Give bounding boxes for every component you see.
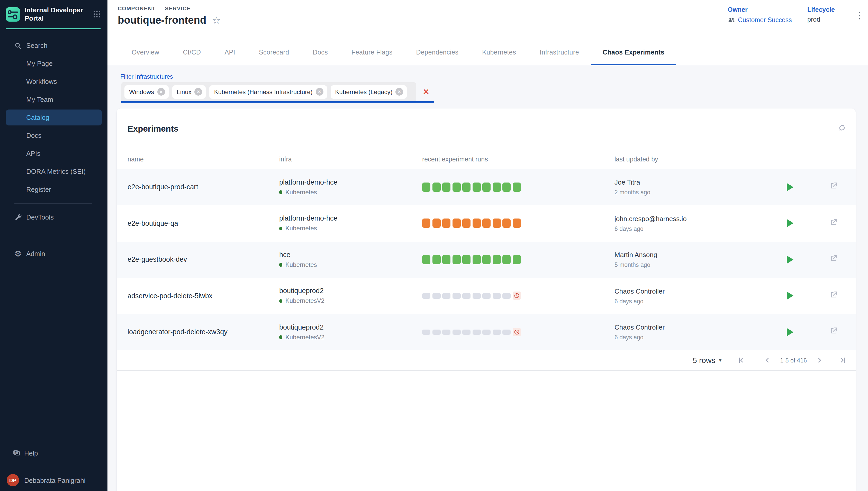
open-in-new-icon[interactable] (830, 218, 838, 229)
run-status-square-failed[interactable] (452, 219, 461, 228)
next-page-button[interactable] (814, 354, 825, 366)
run-status-square-queued[interactable] (482, 329, 491, 335)
user-menu[interactable]: DP Debabrata Panigrahi (0, 472, 108, 488)
run-status-square-failed[interactable] (422, 219, 430, 228)
chip-remove-icon[interactable]: × (396, 88, 403, 96)
run-status-square-queued[interactable] (432, 293, 440, 298)
run-experiment-play-button[interactable] (787, 328, 793, 336)
run-status-square-queued[interactable] (452, 329, 461, 335)
run-status-square-failed[interactable] (492, 219, 500, 228)
rows-per-page-select[interactable]: 5 rows ▾ (693, 356, 721, 365)
run-status-square-queued[interactable] (472, 329, 481, 335)
open-in-new-icon[interactable] (830, 290, 838, 301)
sidebar-item-docs[interactable]: Docs (0, 126, 108, 144)
tab-feature-flags[interactable]: Feature Flags (340, 40, 404, 65)
filter-infrastructures-link[interactable]: Filter Infrastructures (120, 74, 173, 80)
refresh-icon[interactable] (837, 123, 847, 133)
tab-api[interactable]: API (213, 40, 247, 65)
run-status-square-failed[interactable] (472, 219, 481, 228)
sidebar-item-admin[interactable]: ⚙ Admin (0, 245, 108, 263)
run-status-square-queued[interactable] (472, 293, 481, 298)
run-status-square-passed[interactable] (432, 255, 440, 264)
run-status-square-queued[interactable] (502, 293, 511, 298)
run-status-square-passed[interactable] (482, 255, 491, 264)
filter-chips-input[interactable]: Windows×Linux×Kubernetes (Harness Infras… (121, 82, 416, 101)
sidebar-item-my-team[interactable]: My Team (0, 90, 108, 109)
run-status-square-failed[interactable] (513, 219, 521, 228)
sidebar-item-register[interactable]: Register (0, 180, 108, 198)
run-status-square-passed[interactable] (422, 255, 430, 264)
last-page-button[interactable] (838, 354, 849, 366)
tab-dependencies[interactable]: Dependencies (404, 40, 470, 65)
run-status-square-passed[interactable] (452, 182, 461, 192)
open-in-new-icon[interactable] (830, 327, 838, 338)
run-experiment-play-button[interactable] (787, 292, 793, 300)
run-status-square-passed[interactable] (472, 182, 481, 192)
run-status-square-passed[interactable] (442, 182, 451, 192)
more-options-kebab-icon[interactable]: ⋮ (852, 9, 867, 22)
run-status-square-queued[interactable] (492, 329, 500, 335)
run-status-square-passed[interactable] (422, 182, 430, 192)
open-in-new-icon[interactable] (830, 254, 838, 265)
run-status-square-passed[interactable] (462, 255, 470, 264)
sidebar-item-my-page[interactable]: My Page (0, 55, 108, 73)
tab-docs[interactable]: Docs (301, 40, 340, 65)
run-status-square-passed[interactable] (432, 182, 440, 192)
run-status-square-passed[interactable] (452, 255, 461, 264)
tab-scorecard[interactable]: Scorecard (247, 40, 301, 65)
tab-infrastructure[interactable]: Infrastructure (528, 40, 591, 65)
run-status-square-queued[interactable] (492, 293, 500, 298)
run-status-square-passed[interactable] (492, 182, 500, 192)
run-pending-clock-icon[interactable] (513, 328, 521, 336)
chip-remove-icon[interactable]: × (316, 88, 323, 96)
run-status-square-queued[interactable] (482, 293, 491, 298)
run-status-square-failed[interactable] (442, 219, 451, 228)
run-status-square-passed[interactable] (472, 255, 481, 264)
run-status-square-queued[interactable] (432, 329, 440, 335)
run-status-square-passed[interactable] (513, 182, 521, 192)
open-in-new-icon[interactable] (830, 182, 838, 193)
sidebar-item-workflows[interactable]: Workflows (0, 73, 108, 90)
sidebar-item-apis[interactable]: APIs (0, 144, 108, 163)
run-status-square-failed[interactable] (482, 219, 491, 228)
chip-remove-icon[interactable]: × (195, 88, 202, 96)
previous-page-button[interactable] (761, 354, 773, 366)
run-status-square-queued[interactable] (452, 293, 461, 298)
tab-chaos-experiments[interactable]: Chaos Experiments (591, 40, 676, 65)
run-status-square-passed[interactable] (502, 182, 511, 192)
run-status-square-queued[interactable] (442, 329, 451, 335)
run-status-square-passed[interactable] (482, 182, 491, 192)
run-status-square-failed[interactable] (502, 219, 511, 228)
owner-link[interactable]: Customer Success (738, 16, 792, 23)
tab-kubernetes[interactable]: Kubernetes (470, 40, 528, 65)
run-status-square-queued[interactable] (422, 293, 430, 298)
run-status-square-queued[interactable] (462, 293, 470, 298)
sidebar-item-dora-metrics-sei-[interactable]: DORA Metrics (SEI) (0, 163, 108, 180)
run-status-square-passed[interactable] (462, 182, 470, 192)
first-page-button[interactable] (735, 354, 746, 366)
run-status-square-queued[interactable] (422, 329, 430, 335)
run-status-square-passed[interactable] (492, 255, 500, 264)
sidebar-item-search[interactable]: Search (0, 36, 108, 55)
chip-remove-icon[interactable]: × (157, 88, 165, 96)
clear-filters-icon[interactable]: × (423, 87, 429, 97)
run-status-square-failed[interactable] (462, 219, 470, 228)
run-experiment-play-button[interactable] (787, 219, 793, 228)
favorite-star-icon[interactable]: ☆ (212, 16, 221, 25)
run-status-square-passed[interactable] (513, 255, 521, 264)
tab-ci-cd[interactable]: CI/CD (171, 40, 213, 65)
tab-overview[interactable]: Overview (120, 40, 171, 65)
run-status-square-queued[interactable] (462, 329, 470, 335)
sidebar-item-devtools[interactable]: DevTools (0, 208, 108, 226)
run-status-square-failed[interactable] (432, 219, 440, 228)
run-pending-clock-icon[interactable] (513, 292, 521, 300)
app-switcher-icon[interactable] (92, 10, 101, 19)
sidebar-item-help[interactable]: ? Help (0, 444, 108, 462)
sidebar-item-catalog[interactable]: Catalog (6, 110, 102, 125)
run-status-square-queued[interactable] (442, 293, 451, 298)
run-experiment-play-button[interactable] (787, 256, 793, 264)
run-experiment-play-button[interactable] (787, 183, 793, 191)
run-status-square-queued[interactable] (502, 329, 511, 335)
run-status-square-passed[interactable] (502, 255, 511, 264)
run-status-square-passed[interactable] (442, 255, 451, 264)
